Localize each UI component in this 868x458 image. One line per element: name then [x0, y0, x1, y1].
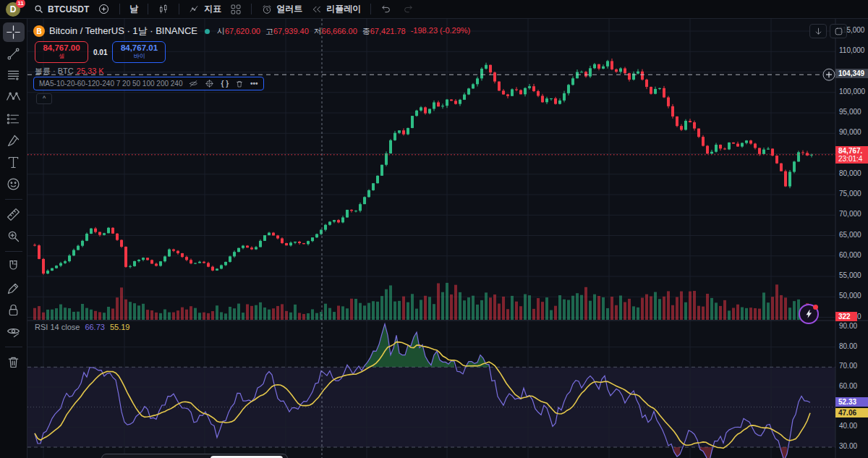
brush-tool[interactable]: [3, 131, 25, 150]
eye-off-icon: [189, 79, 198, 88]
zoom-in-tool[interactable]: [3, 226, 25, 246]
horizontal-lines-icon: [6, 68, 21, 83]
last-price-label: 84,767.23:01:4: [835, 146, 868, 164]
rsi-ma-value: 55.19: [110, 323, 130, 331]
toolbar-separator: [370, 4, 371, 14]
avatar-letter: D: [10, 4, 17, 14]
price-axis[interactable]: 115,000110,000100,00095,00090,00080,0007…: [835, 19, 868, 458]
pattern-tool[interactable]: [3, 88, 25, 107]
replay-icon: [311, 4, 323, 15]
measure-tool[interactable]: [3, 205, 25, 224]
delete-indicator-button[interactable]: [235, 80, 244, 88]
visibility-toggle[interactable]: [189, 79, 198, 88]
price-tick: 65,000: [839, 231, 861, 239]
rsi-label: RSI 14 close: [35, 323, 80, 331]
redo-button[interactable]: [397, 1, 418, 17]
gear-icon: [205, 79, 214, 88]
scroll-to-recent-button[interactable]: [809, 24, 827, 38]
price-tick: 80,000: [839, 169, 861, 177]
undo-button[interactable]: [376, 1, 397, 17]
rsi-tick: 90.00: [839, 322, 857, 330]
ohlc-values: 시67,620.00 고67,939.40 저66,666.00 종67,421…: [217, 26, 470, 37]
price-tick: 100,000: [839, 88, 865, 96]
forecast-icon: [6, 111, 21, 127]
symbol-title[interactable]: Bitcoin / TetherUS · 1날 · BINANCE: [49, 25, 197, 38]
rsi-value: 66.73: [85, 323, 105, 331]
symbol-search-button[interactable]: BTCUSDT: [29, 1, 93, 17]
lock-drawings-tool[interactable]: [3, 300, 25, 320]
ma-indicator-legend[interactable]: MA5-10-20-60-120-240 7 20 50 100 200 240…: [33, 77, 264, 90]
eye-icon: [6, 324, 21, 339]
rsi-ma-value-label: 47.06: [835, 408, 868, 417]
volume-legend[interactable]: 볼륨 · BTC25.33 K: [35, 66, 104, 77]
crosshair-tool[interactable]: [3, 22, 25, 42]
bitcoin-icon: B: [33, 25, 45, 37]
maximize-icon: [834, 27, 843, 36]
brush-icon: [6, 133, 21, 148]
price-tick: 75,000: [839, 190, 861, 198]
zoom-in-icon: [6, 229, 21, 244]
drawing-toolbar: [0, 19, 27, 458]
text-tool[interactable]: [3, 153, 25, 172]
drawing-mode-tool[interactable]: [3, 279, 25, 298]
rail-divider: [5, 199, 22, 200]
replay-button[interactable]: 리플레이: [307, 1, 365, 17]
lightning-icon: [804, 309, 814, 319]
source-code-button[interactable]: { }: [221, 80, 229, 88]
rsi-tick: 80.00: [839, 342, 857, 350]
smiley-icon: [6, 177, 21, 192]
layout-button[interactable]: [226, 1, 246, 17]
buy-button[interactable]: 84,767.01바이: [112, 41, 166, 63]
pencil-icon: [6, 281, 21, 296]
alert-button[interactable]: 얼러트: [257, 1, 307, 17]
rsi-indicator-legend[interactable]: RSI 14 close 66.73 55.19: [35, 323, 129, 331]
trade-panel: 84,767.00셀 0.01 84,767.01바이: [35, 41, 166, 63]
grid-layout-icon: [230, 4, 242, 15]
rail-divider: [5, 251, 22, 252]
fib-lines-tool[interactable]: [3, 66, 25, 85]
quick-trade-fab[interactable]: [799, 304, 819, 324]
rail-divider: [5, 347, 22, 347]
remove-drawings-tool[interactable]: [3, 352, 25, 372]
trend-line-tool[interactable]: [3, 44, 25, 64]
magnet-icon: [6, 259, 21, 274]
price-tick: 110,000: [839, 46, 864, 54]
search-icon: [33, 4, 44, 14]
rsi-tick: 30.00: [839, 442, 857, 450]
indicators-button[interactable]: 지표: [184, 1, 226, 17]
symbol-name: BTCUSDT: [48, 4, 89, 14]
symbol-legend[interactable]: B Bitcoin / TetherUS · 1날 · BINANCE 시67,…: [33, 25, 470, 38]
lock-icon: [6, 302, 21, 318]
plus-circle-icon: [98, 3, 110, 15]
user-avatar[interactable]: D 11: [6, 2, 20, 17]
collapse-legend-button[interactable]: ^: [36, 93, 52, 104]
rsi-tick: 70.00: [839, 362, 857, 370]
add-symbol-button[interactable]: [93, 1, 114, 17]
chart-type-button[interactable]: [153, 1, 174, 17]
toolbar-separator: [119, 4, 120, 14]
undo-icon: [380, 3, 393, 15]
arrow-down-icon: [814, 27, 823, 36]
xabcd-pattern-icon: [6, 90, 21, 105]
maximize-pane-button[interactable]: [830, 24, 847, 38]
timeframe-button[interactable]: 날: [125, 1, 142, 17]
countdown-label: 23:01:4: [838, 155, 868, 163]
emoji-tool[interactable]: [3, 174, 25, 194]
top-toolbar: D 11 BTCUSDT 날 지표 얼러트 리플레이: [0, 0, 868, 19]
trash-icon: [6, 355, 21, 370]
magnet-tool[interactable]: [3, 257, 25, 276]
volume-axis-label: 322: [835, 312, 857, 321]
more-options-button[interactable]: •••: [250, 80, 258, 88]
redo-icon: [401, 3, 414, 15]
forecast-tool[interactable]: [3, 109, 25, 129]
trend-line-icon: [6, 46, 21, 62]
sell-button[interactable]: 84,767.00셀: [35, 41, 88, 63]
settings-button[interactable]: [205, 79, 214, 88]
bottom-toolbar-peek[interactable]: [101, 454, 288, 458]
hide-drawings-tool[interactable]: [3, 322, 25, 342]
rsi-value-label: 52.33: [835, 397, 868, 407]
price-tick: 50,000: [839, 292, 861, 300]
candles-icon: [158, 4, 169, 15]
toolbar-separator: [179, 4, 179, 14]
trash-icon: [235, 80, 244, 88]
